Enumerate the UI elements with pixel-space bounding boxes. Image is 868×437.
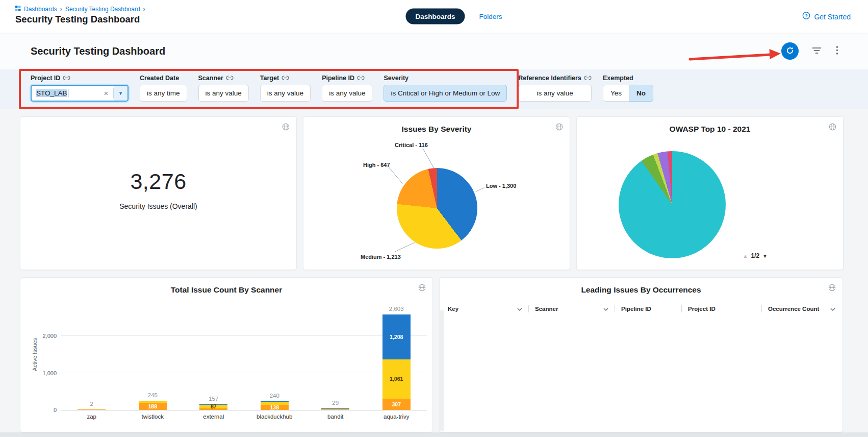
bar-segment-high[interactable] xyxy=(78,409,106,410)
exempted-yes-button[interactable]: Yes xyxy=(603,85,629,102)
top-header: Dashboards › Security Testing Dashboard … xyxy=(0,0,868,33)
kebab-icon xyxy=(836,46,838,56)
header-title: Security Testing Dashboard xyxy=(15,14,140,25)
filter-target: Target is any value xyxy=(260,74,311,102)
globe-icon[interactable] xyxy=(417,283,427,294)
filter-button[interactable] xyxy=(811,46,823,57)
bar-column[interactable]: 2,6031,2081,061307 xyxy=(366,307,427,410)
project-id-value: STO_LAB xyxy=(36,89,67,97)
more-menu-button[interactable] xyxy=(835,45,839,57)
column-label: Key xyxy=(448,306,458,312)
filter-target-value[interactable]: is any value xyxy=(260,85,311,102)
page-title: Security Testing Dashboard xyxy=(31,45,165,57)
bar-column[interactable]: 29 xyxy=(305,307,366,410)
project-id-select[interactable]: STO_LAB × ▼ xyxy=(31,85,129,102)
bar-category-label: aqua-trivy xyxy=(366,414,427,420)
column-divider xyxy=(681,305,682,312)
bar-total-label: 29 xyxy=(305,400,366,406)
clear-project-id-button[interactable]: × xyxy=(100,89,112,98)
dashboard-filter-bar: Project ID STO_LAB × ▼ Created Date is a… xyxy=(0,69,868,109)
bar-column[interactable]: 245188 xyxy=(122,307,184,410)
get-started-label: Get Started xyxy=(814,12,851,20)
bar-segment-high[interactable] xyxy=(199,408,227,410)
filter-reference-identifiers-value[interactable]: is any value xyxy=(518,85,592,102)
overall-issue-caption: Security Issues (Overall) xyxy=(119,202,197,210)
globe-icon[interactable] xyxy=(827,283,837,294)
column-header-project-id[interactable]: Project ID xyxy=(688,306,761,312)
link-icon xyxy=(226,75,234,82)
bar-column[interactable]: 240138 xyxy=(244,307,305,410)
bar-category-label: external xyxy=(183,414,244,420)
security-testing-dashboard-app: Dashboards › Security Testing Dashboard … xyxy=(0,0,868,437)
column-label: Project ID xyxy=(688,306,716,312)
bar-category-labels: zaptwistlockexternalblackduckhubbanditaq… xyxy=(61,414,427,420)
y-tick: 2,000 xyxy=(42,333,57,339)
column-divider xyxy=(761,305,762,312)
filter-severity: Severity is Critical or High or Medium o… xyxy=(384,74,507,102)
dashboard-actions xyxy=(781,42,839,60)
globe-icon[interactable] xyxy=(828,122,837,133)
table-body-empty xyxy=(440,315,843,412)
y-tick: 1,000 xyxy=(42,370,57,376)
page-title-row: Security Testing Dashboard xyxy=(0,33,868,69)
globe-icon[interactable] xyxy=(281,122,291,133)
tab-folders[interactable]: Folders xyxy=(479,13,502,20)
bar-columns: 224518815787240138292,6031,2081,061307 xyxy=(61,307,427,410)
bar-segment-high[interactable]: 307 xyxy=(382,399,411,410)
bar-category-label: blackduckhub xyxy=(244,414,305,420)
table-left-gutter xyxy=(440,310,444,431)
breadcrumb-dashboards[interactable]: Dashboards xyxy=(24,6,57,13)
filter-created-date: Created Date is any time xyxy=(140,74,187,102)
bar-segment-high[interactable]: 188 xyxy=(139,403,167,410)
project-id-dropdown-button[interactable]: ▼ xyxy=(114,86,127,101)
svg-text:?: ? xyxy=(805,13,808,18)
link-icon xyxy=(584,75,592,82)
bar-segment-high[interactable] xyxy=(321,409,349,410)
bar-segment-medium[interactable]: 1,061 xyxy=(382,359,411,399)
filter-exempted: Exempted Yes No xyxy=(603,74,653,102)
filter-scanner: Scanner is any value xyxy=(198,74,249,102)
link-icon xyxy=(357,75,365,82)
table-header: Key Scanner Pipeline ID xyxy=(448,302,835,315)
filter-created-date-value[interactable]: is any time xyxy=(140,85,187,102)
bar-segment-low[interactable]: 1,208 xyxy=(382,314,411,359)
filter-label: Exempted xyxy=(603,75,633,82)
exempted-no-button[interactable]: No xyxy=(629,85,653,102)
tile-title: OWASP Top 10 - 2021 xyxy=(577,125,843,134)
bar-total-label: 245 xyxy=(122,392,184,398)
severity-pie[interactable] xyxy=(397,168,477,249)
get-started-link[interactable]: ? Get Started xyxy=(802,12,851,21)
chevron-down-icon xyxy=(830,306,835,312)
bar-segment-high[interactable]: 138 xyxy=(261,405,289,410)
breadcrumb-current-dashboard[interactable]: Security Testing Dashboard xyxy=(65,6,140,13)
refresh-button[interactable] xyxy=(781,42,799,60)
column-label: Occurrence Count xyxy=(768,306,819,312)
tile-total-issue-count-by-scanner: Total Issue Count By Scanner Active Issu… xyxy=(20,277,433,432)
filter-reference-identifiers: Reference Identifiers is any value xyxy=(518,74,592,102)
pie-label-high: High - 647 xyxy=(363,162,390,168)
page-down-icon[interactable]: ▼ xyxy=(762,253,768,259)
column-header-occurrence-count[interactable]: Occurrence Count xyxy=(768,306,835,312)
filter-pipeline-id-value[interactable]: is any value xyxy=(322,85,372,102)
overall-issue-count: 3,276 xyxy=(130,169,186,194)
filter-label: Target xyxy=(260,75,279,82)
column-header-pipeline-id[interactable]: Pipeline ID xyxy=(621,306,681,312)
globe-icon[interactable] xyxy=(554,122,564,133)
bar-column[interactable]: 2 xyxy=(61,307,122,410)
bar-column[interactable]: 15787 xyxy=(183,307,244,410)
filter-scanner-value[interactable]: is any value xyxy=(198,85,249,102)
owasp-pie[interactable] xyxy=(619,151,726,258)
bar-chart: 0 1,000 2,000 224518815787240138292,6031… xyxy=(61,307,427,410)
bar-segment-label: 307 xyxy=(382,399,411,410)
page-up-icon[interactable]: ▲ xyxy=(743,253,748,259)
column-header-scanner[interactable]: Scanner xyxy=(535,306,615,312)
chevron-down-icon: ▼ xyxy=(118,91,123,96)
column-header-key[interactable]: Key xyxy=(448,306,528,312)
bar-segment-label: 1,208 xyxy=(382,314,411,359)
breadcrumb: Dashboards › Security Testing Dashboard … xyxy=(15,5,145,13)
tab-dashboards[interactable]: Dashboards xyxy=(405,9,465,25)
bar-category-label: bandit xyxy=(305,414,366,420)
filter-severity-value[interactable]: is Critical or High or Medium or Low xyxy=(384,85,507,102)
bar-segment-label: 1,061 xyxy=(382,359,411,399)
breadcrumb-separator: › xyxy=(60,5,62,13)
